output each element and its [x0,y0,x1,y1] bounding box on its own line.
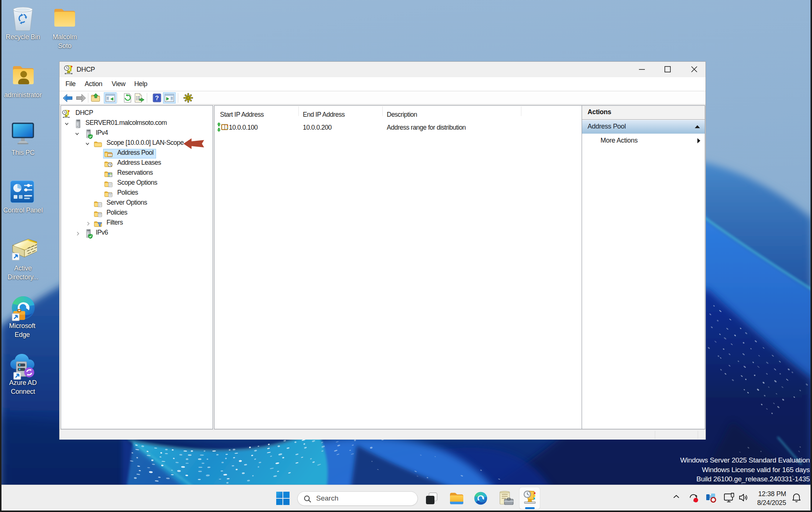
svg-text:?: ? [155,95,159,102]
